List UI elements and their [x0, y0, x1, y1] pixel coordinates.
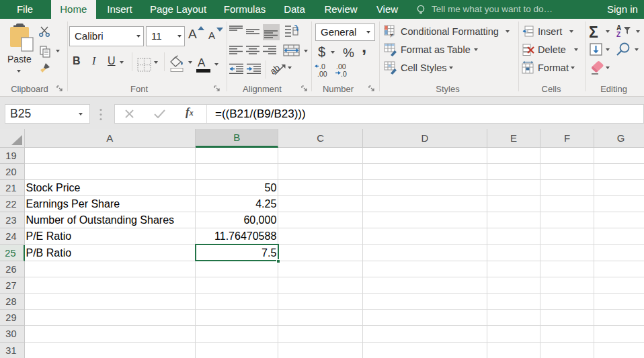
svg-text:.0: .0 — [341, 70, 347, 77]
svg-text:Z: Z — [616, 31, 620, 38]
svg-text:.00: .00 — [317, 70, 327, 77]
svg-text:≠: ≠ — [390, 32, 394, 38]
